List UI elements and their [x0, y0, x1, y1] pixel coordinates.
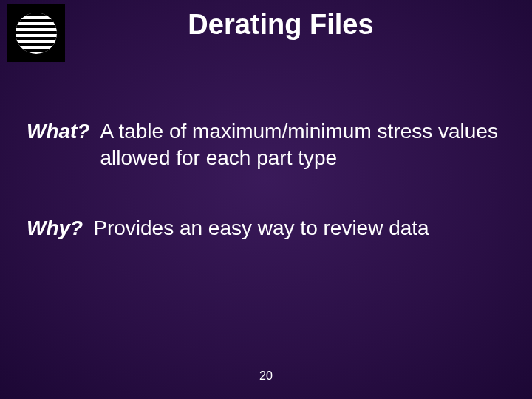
definition-label-why: Why? — [27, 215, 83, 242]
slide-title: Derating Files — [0, 9, 532, 41]
page-number: 20 — [0, 369, 532, 383]
slide-body: What? A table of maximum/minimum stress … — [27, 118, 505, 284]
definition-text-what: A table of maximum/minimum stress values… — [100, 118, 505, 172]
definition-text-why: Provides an easy way to review data — [93, 215, 505, 242]
svg-rect-8 — [14, 49, 58, 52]
definition-row: Why? Provides an easy way to review data — [27, 215, 505, 242]
definition-row: What? A table of maximum/minimum stress … — [27, 118, 505, 172]
svg-rect-7 — [14, 43, 58, 46]
definition-label-what: What? — [27, 118, 90, 145]
